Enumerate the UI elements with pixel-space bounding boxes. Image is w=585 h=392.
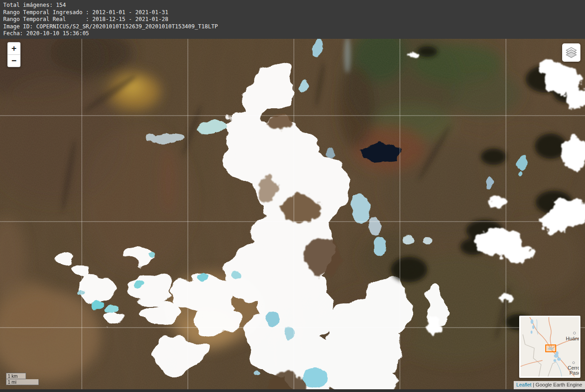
- leaflet-link[interactable]: Leaflet: [516, 382, 532, 387]
- image-id-line: Image ID: COPERNICUS/S2_SR/20201010T1526…: [3, 23, 585, 31]
- map-container[interactable]: + − 1 km 1 mi: [0, 39, 585, 389]
- minimap[interactable]: Huánu Cerro d Pasco: [519, 316, 580, 378]
- minimap-footprint: [548, 347, 553, 350]
- range-input-line: Rango Temporal Ingresado : 2012-01-01 - …: [3, 9, 585, 16]
- satellite-map-canvas[interactable]: [0, 39, 585, 389]
- attribution-text: Google Earth Engine: [536, 382, 582, 387]
- scale-km: 1 km: [6, 373, 26, 379]
- minimap-label-pasco: Pasco: [569, 370, 579, 376]
- fecha-line: Fecha: 2020-10-10 15:36:05: [3, 30, 585, 37]
- zoom-in-button[interactable]: +: [8, 42, 20, 55]
- scale-mi: 1 mi: [6, 379, 39, 385]
- zoom-out-button[interactable]: −: [8, 55, 20, 67]
- minimap-label-huanuco: Huánu: [566, 336, 579, 341]
- zoom-control: + −: [7, 42, 21, 67]
- app-window: Total imágenes: 154 Rango Temporal Ingre…: [0, 0, 585, 392]
- total-images-line: Total imágenes: 154: [3, 2, 585, 9]
- attribution-bar: Leaflet | Google Earth Engine: [514, 381, 585, 389]
- bottom-bar: [0, 389, 585, 392]
- attribution-separator: |: [532, 382, 536, 387]
- scale-control: 1 km 1 mi: [6, 373, 39, 385]
- layers-icon: [565, 47, 577, 58]
- info-panel: Total imágenes: 154 Rango Temporal Ingre…: [0, 0, 585, 39]
- layers-control[interactable]: [562, 43, 580, 62]
- range-real-line: Rango Temporal Real : 2018-12-15 - 2021-…: [3, 16, 585, 23]
- minimap-canvas: Huánu Cerro d Pasco: [521, 317, 579, 376]
